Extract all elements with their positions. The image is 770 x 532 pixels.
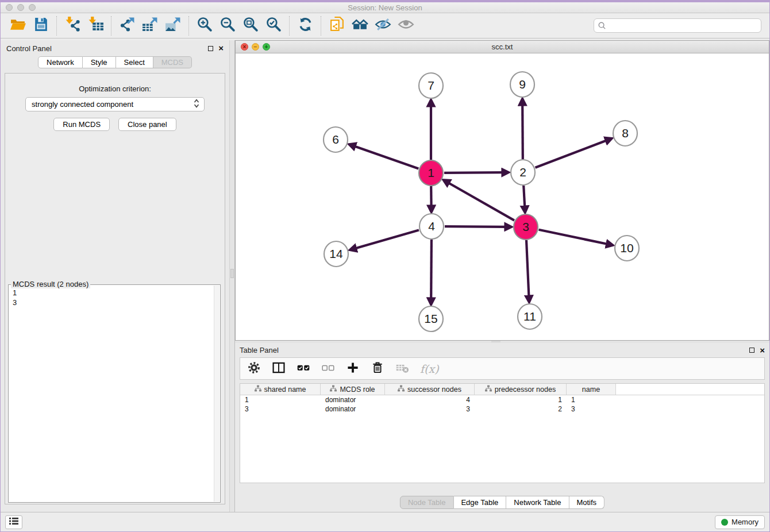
- search-box: [594, 18, 761, 33]
- column-header-successor-nodes[interactable]: successor nodes: [385, 384, 475, 395]
- table-cell[interactable]: 1: [475, 395, 567, 404]
- node-8[interactable]: 8: [613, 121, 637, 146]
- clone-network-button[interactable]: [325, 15, 348, 37]
- trash-button[interactable]: [371, 361, 384, 377]
- tab-mcds[interactable]: MCDS: [153, 56, 192, 68]
- splitter-grip[interactable]: [230, 269, 234, 278]
- zoom-out-button[interactable]: [216, 15, 239, 37]
- table-row[interactable]: 1dominator411: [240, 395, 764, 404]
- add-row-button[interactable]: [346, 361, 360, 377]
- search-input[interactable]: [594, 18, 761, 33]
- open-session-button[interactable]: [6, 15, 29, 37]
- column-header-predecessor-nodes[interactable]: predecessor nodes: [475, 384, 567, 395]
- table-cell[interactable]: dominator: [321, 395, 385, 404]
- network-window-titlebar[interactable]: × − + scc.txt: [236, 41, 769, 53]
- import-table-button[interactable]: [84, 15, 107, 37]
- edge-1-2[interactable]: [444, 172, 503, 173]
- export-image-button[interactable]: [161, 15, 184, 37]
- table-cell[interactable]: 3: [240, 404, 321, 414]
- float-table-panel-icon[interactable]: [749, 348, 754, 353]
- result-scrollbar[interactable]: [214, 286, 220, 502]
- table-panel-title: Table Panel: [240, 346, 279, 354]
- toolbar-separator: [289, 16, 290, 36]
- vertical-splitter[interactable]: [229, 40, 235, 512]
- node-11[interactable]: 11: [518, 304, 542, 329]
- window-title: Session: New Session: [1, 3, 769, 12]
- run-mcds-button[interactable]: Run MCDS: [53, 118, 110, 131]
- edge-4-3[interactable]: [445, 226, 506, 227]
- splitter-grip[interactable]: [491, 341, 500, 342]
- zoom-selected-button[interactable]: [262, 15, 285, 37]
- tab-network[interactable]: Network: [38, 56, 83, 68]
- table-row[interactable]: 3dominator323: [240, 404, 764, 414]
- zoom-in-button[interactable]: [193, 15, 216, 37]
- edge-4-14[interactable]: [356, 230, 419, 248]
- table-toolbar: f(x): [240, 357, 765, 380]
- result-item[interactable]: 3: [13, 298, 214, 307]
- refresh-layout-button[interactable]: [294, 15, 317, 37]
- gear-button[interactable]: [247, 361, 261, 377]
- edge-1-6[interactable]: [355, 147, 418, 169]
- tab-network-table[interactable]: Network Table: [506, 496, 569, 509]
- export-network-button[interactable]: [116, 15, 138, 37]
- mcds-panel: Optimization criterion: strongly connect…: [5, 73, 225, 504]
- node-14[interactable]: 14: [324, 241, 348, 267]
- task-history-button[interactable]: [5, 515, 22, 529]
- column-header-MCDS-role[interactable]: MCDS role: [321, 384, 385, 395]
- memory-button[interactable]: Memory: [715, 515, 765, 529]
- optimization-select[interactable]: strongly connected component: [25, 97, 205, 111]
- column-header-shared-name[interactable]: shared name: [240, 384, 321, 395]
- tab-edge-table[interactable]: Edge Table: [453, 496, 506, 509]
- network-window-title: scc.txt: [236, 43, 769, 51]
- show-all-button[interactable]: [394, 15, 417, 37]
- table-cell[interactable]: dominator: [321, 404, 385, 414]
- close-panel-button[interactable]: Close panel: [118, 118, 176, 131]
- zoom-fit-button[interactable]: [239, 15, 262, 37]
- node-9[interactable]: 9: [510, 72, 534, 97]
- columns-button[interactable]: [272, 361, 286, 377]
- edge-4-15[interactable]: [431, 240, 432, 299]
- network-canvas[interactable]: 7968124314101511: [236, 53, 769, 340]
- node-4[interactable]: 4: [419, 214, 444, 239]
- edge-2-8[interactable]: [536, 141, 607, 168]
- mcds-result-list[interactable]: 13: [9, 286, 214, 502]
- save-session-button[interactable]: [29, 15, 52, 37]
- select-all-button[interactable]: [297, 361, 310, 377]
- table-cell[interactable]: 3: [385, 404, 475, 414]
- tab-style[interactable]: Style: [83, 56, 116, 68]
- result-item[interactable]: 1: [13, 288, 214, 298]
- first-neighbors-button[interactable]: [348, 15, 371, 37]
- edge-2-3[interactable]: [523, 186, 525, 207]
- main-toolbar-groups: [6, 15, 417, 37]
- import-network-button[interactable]: [61, 15, 84, 37]
- edge-3-10[interactable]: [539, 230, 607, 244]
- close-panel-icon[interactable]: ×: [218, 45, 224, 51]
- right-area: × − + scc.txt 7968124314101511 Table Pan…: [235, 40, 769, 512]
- table-cell[interactable]: 4: [385, 395, 475, 404]
- table-cell[interactable]: 2: [475, 404, 567, 414]
- column-header-name[interactable]: name: [567, 384, 616, 395]
- edge-2-9[interactable]: [522, 105, 523, 159]
- edge-3-11[interactable]: [526, 240, 529, 296]
- hide-selected-button[interactable]: [371, 15, 394, 37]
- table-cell[interactable]: 1: [240, 395, 321, 404]
- table-cell[interactable]: 3: [567, 404, 616, 414]
- node-15[interactable]: 15: [419, 306, 443, 331]
- node-6[interactable]: 6: [324, 127, 348, 152]
- export-table-button[interactable]: [138, 15, 161, 37]
- float-panel-icon[interactable]: [208, 46, 213, 51]
- close-table-panel-icon[interactable]: ×: [760, 348, 765, 353]
- node-3[interactable]: 3: [514, 214, 538, 240]
- node-1[interactable]: 1: [419, 160, 443, 186]
- edge-3-1[interactable]: [448, 183, 514, 220]
- deselect-all-button[interactable]: [321, 361, 335, 377]
- tab-select[interactable]: Select: [116, 56, 153, 68]
- tab-motifs[interactable]: Motifs: [569, 496, 605, 509]
- node-7[interactable]: 7: [419, 73, 443, 98]
- node-10[interactable]: 10: [615, 236, 639, 261]
- svg-text:2: 2: [519, 165, 526, 179]
- node-2[interactable]: 2: [511, 160, 535, 185]
- tab-node-table[interactable]: Node Table: [400, 496, 454, 509]
- tree-icon: [398, 385, 405, 394]
- table-cell[interactable]: 1: [567, 395, 616, 404]
